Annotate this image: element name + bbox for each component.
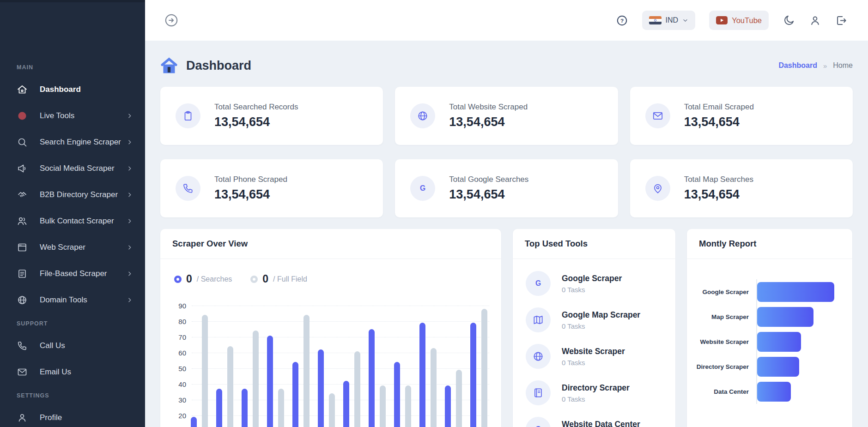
breadcrumb-current[interactable]: Dashboard (778, 61, 817, 70)
bar-full-field (431, 348, 437, 427)
sidebar-item-call-us[interactable]: Call Us (0, 332, 145, 359)
logout-button[interactable] (835, 14, 848, 27)
main-column: ? IND YouTube Dashboard (145, 0, 868, 427)
bar-full-field (380, 385, 386, 427)
y-axis-tick-label: 20 (169, 412, 186, 420)
file-icon (17, 268, 28, 279)
sidebar-section-label: SETTINGS (0, 385, 145, 404)
monthly-bar (757, 357, 799, 377)
sidebar-item-bulk-contact-scraper[interactable]: Bulk Contact Scraper (0, 208, 145, 234)
bar-group (292, 315, 310, 427)
language-selector[interactable]: IND (642, 11, 696, 30)
chart-legend: 0/ Searches0/ Full Field (160, 259, 501, 287)
sidebar-item-label: Web Scraper (40, 243, 127, 252)
tool-item-website-scraper[interactable]: Website Scraper0 Tasks (526, 344, 662, 369)
y-axis-tick-label: 50 (169, 365, 186, 373)
monthly-bar-label: Map Scraper (691, 313, 756, 320)
stat-card: Total Website Scraped13,54,654 (395, 87, 618, 145)
tool-item-website-data-center[interactable]: GWebsite Data Center0 Tasks (526, 417, 662, 427)
circle-arrow-right-icon (164, 23, 179, 30)
legend-value: 0 (186, 273, 192, 285)
stat-card: Total Email Scraped13,54,654 (630, 87, 853, 145)
stat-value: 13,54,654 (684, 115, 754, 129)
panel-title: Montly Report (687, 229, 852, 259)
sidebar-item-label: Bulk Contact Scraper (40, 217, 127, 226)
bar-group (267, 336, 284, 427)
sidebar-item-label: File-Based Scraper (40, 269, 127, 278)
user-icon (809, 14, 821, 27)
dark-mode-toggle[interactable] (783, 14, 795, 27)
sidebar-item-web-scraper[interactable]: Web Scraper (0, 234, 145, 260)
y-axis-tick-label: 90 (169, 302, 186, 310)
scraper-overview-panel: Scraper Over View 0/ Searches0/ Full Fie… (160, 229, 501, 427)
monthly-bar-label: Data Center (691, 388, 756, 395)
sidebar-item-label: Search Engine Scraper (40, 138, 127, 147)
sidebar-item-profile[interactable]: Profile (0, 404, 145, 427)
bar-full-field (253, 331, 259, 427)
monthly-bar-row: Map Scraper (691, 304, 841, 329)
y-axis-tick-label: 40 (169, 380, 186, 388)
breadcrumb-home[interactable]: Home (833, 61, 853, 70)
bar-searches (242, 389, 248, 427)
globe-icon (410, 103, 435, 128)
sidebar-item-live-tools[interactable]: Live Tools (0, 102, 145, 129)
sidebar-item-label: Live Tools (40, 111, 127, 120)
youtube-icon (716, 16, 728, 24)
profile-button[interactable] (809, 14, 821, 27)
monthly-bar (757, 332, 801, 352)
browser-icon (17, 242, 28, 253)
breadcrumb: Dashboard » Home (778, 61, 853, 70)
sidebar-item-email-us[interactable]: Email Us (0, 359, 145, 385)
help-button[interactable]: ? (616, 14, 628, 27)
sidebar-item-b2b-directory-scraper[interactable]: B2B Directory Scraper (0, 181, 145, 208)
top-header: ? IND YouTube (145, 0, 868, 41)
sidebar-item-social-media-scraper[interactable]: Social Media Scraper (0, 155, 145, 181)
stat-value: 13,54,654 (684, 187, 753, 202)
bar-full-field (456, 370, 462, 427)
monthly-bar-area (756, 379, 841, 404)
bar-full-field (303, 315, 310, 427)
sidebar-item-search-engine-scraper[interactable]: Search Engine Scraper (0, 129, 145, 155)
youtube-label: YouTube (732, 16, 762, 25)
sidebar-toggle-button[interactable] (164, 12, 179, 28)
red-dot-icon (17, 110, 28, 121)
google-icon: G (526, 271, 551, 296)
legend-value: 0 (262, 273, 268, 285)
bar-full-field (202, 315, 208, 427)
sidebar-section-label: SUPPORT (0, 313, 145, 332)
sidebar: MAINDashboardLive ToolsSearch Engine Scr… (0, 0, 145, 427)
sidebar-item-domain-tools[interactable]: Domain Tools (0, 287, 145, 313)
user-icon (17, 412, 28, 423)
sidebar-nav: MAINDashboardLive ToolsSearch Engine Scr… (0, 41, 145, 427)
monthly-bar-row: Website Scraper (691, 329, 841, 354)
bar-group (242, 331, 259, 427)
overview-bar-chart: 9080706050403020100 (169, 294, 489, 427)
tool-item-google-map-scraper[interactable]: Google Map Scraper0 Tasks (526, 307, 662, 332)
sidebar-item-label: Domain Tools (40, 295, 127, 305)
panel-title: Top Used Tools (513, 229, 675, 259)
youtube-button[interactable]: YouTube (709, 11, 769, 30)
monthly-bar-area (756, 304, 841, 329)
svg-text:G: G (535, 425, 541, 427)
sidebar-item-label: Social Media Scraper (40, 164, 127, 173)
bar-full-field (227, 346, 233, 427)
legend-item: 0/ Searches (174, 273, 232, 285)
monthly-bar (757, 307, 813, 327)
sidebar-item-dashboard[interactable]: Dashboard (0, 76, 145, 102)
monthly-bar (757, 382, 791, 402)
app-root: MAINDashboardLive ToolsSearch Engine Scr… (0, 0, 868, 427)
globe-icon (17, 295, 28, 306)
sidebar-item-label: Dashboard (40, 85, 133, 94)
monthly-bar (757, 282, 834, 302)
monthly-bar-label: Website Scraper (691, 338, 756, 345)
tool-item-directory-scraper[interactable]: Directory Scraper0 Tasks (526, 380, 662, 405)
tool-item-google-scraper[interactable]: GGoogle Scraper0 Tasks (526, 271, 662, 296)
svg-text:G: G (535, 279, 541, 287)
stat-value: 13,54,654 (449, 187, 528, 202)
sidebar-item-file-based-scraper[interactable]: File-Based Scraper (0, 260, 145, 287)
bar-searches (369, 329, 375, 427)
top-used-tools-panel: Top Used Tools GGoogle Scraper0 TasksGoo… (513, 229, 675, 427)
chevron-down-icon (682, 18, 688, 24)
tool-name: Website Scraper (562, 347, 625, 356)
header-actions: ? IND YouTube (616, 11, 848, 30)
